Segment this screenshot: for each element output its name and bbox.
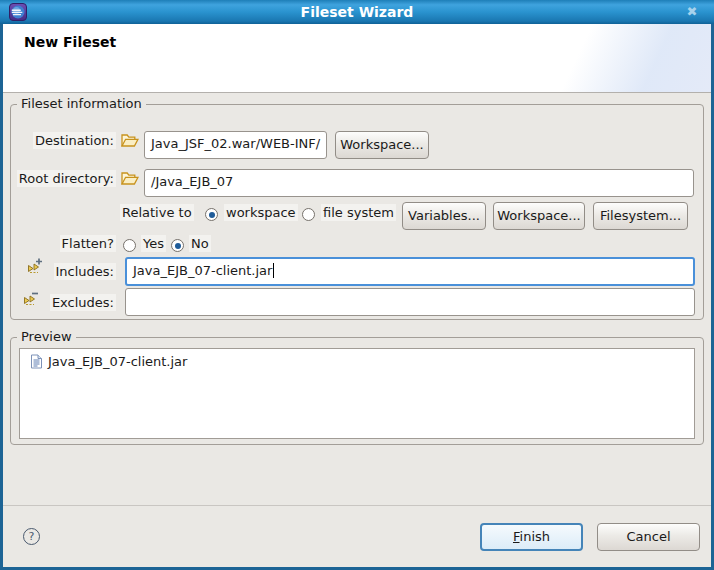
wizard-banner: New Fileset (3, 24, 711, 93)
fileset-wizard-dialog: Fileset Wizard ✖ New Fileset Fileset inf… (0, 0, 714, 570)
workspace-button[interactable]: Workspace... (493, 202, 585, 230)
filesystem-button[interactable]: Filesystem... (593, 202, 688, 230)
relative-to-label: Relative to (120, 205, 194, 220)
footer-separator (3, 505, 711, 506)
includes-label: Includes: (3, 264, 116, 279)
excludes-label: Excludes: (3, 295, 116, 310)
destination-workspace-button[interactable]: Workspace... (335, 131, 429, 159)
banner-gradient (511, 24, 711, 93)
root-directory-label: Root directory: (3, 171, 116, 186)
cancel-button[interactable]: Cancel (597, 523, 700, 551)
root-directory-field[interactable]: /Java_EJB_07 (144, 169, 694, 197)
includes-field[interactable]: Java_EJB_07-client.jar (125, 257, 695, 286)
preview-legend: Preview (17, 329, 76, 344)
finish-button[interactable]: Finish (480, 523, 583, 551)
relative-filesystem-radio[interactable] (302, 208, 315, 221)
relative-filesystem-label[interactable]: file system (321, 205, 396, 220)
window-title: Fileset Wizard (0, 0, 714, 24)
wizard-page-title: New Fileset (24, 34, 116, 50)
titlebar: Fileset Wizard ✖ (0, 0, 714, 24)
flatten-yes-label[interactable]: Yes (141, 236, 166, 251)
variables-button[interactable]: Variables... (402, 202, 486, 230)
relative-workspace-radio[interactable] (205, 208, 218, 221)
flatten-label: Flatten? (3, 236, 116, 251)
excludes-field[interactable] (125, 288, 695, 316)
folder-icon (120, 170, 139, 187)
help-icon[interactable]: ? (23, 528, 40, 545)
file-icon (30, 354, 43, 369)
preview-list-item[interactable]: Java_EJB_07-client.jar (26, 353, 187, 370)
relative-workspace-label[interactable]: workspace (224, 205, 298, 220)
destination-field[interactable]: Java_JSF_02.war/WEB-INF/ (144, 131, 327, 159)
preview-list[interactable]: Java_EJB_07-client.jar (19, 348, 695, 439)
destination-label: Destination: (3, 133, 116, 148)
fileset-information-legend: Fileset information (17, 96, 146, 111)
flatten-yes-radio[interactable] (123, 239, 136, 252)
close-icon[interactable]: ✖ (681, 0, 703, 24)
wizard-content: Fileset information Destination: Java_JS… (3, 93, 711, 567)
flatten-no-label[interactable]: No (189, 236, 211, 251)
folder-icon (120, 132, 139, 149)
flatten-no-radio[interactable] (171, 239, 184, 252)
